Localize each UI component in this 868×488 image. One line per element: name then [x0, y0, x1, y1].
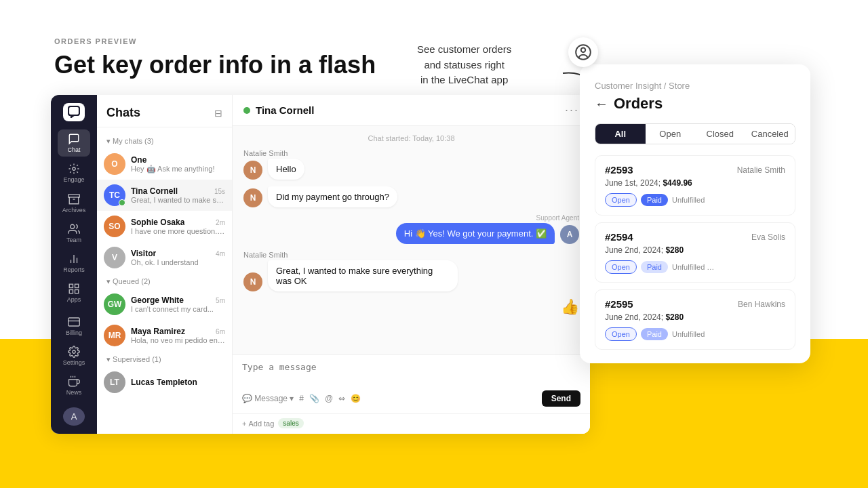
message-type-dropdown[interactable]: 💬 Message ▾ [242, 394, 294, 403]
system-message: Chat started: Today, 10:38 [243, 134, 579, 142]
section-supervised[interactable]: ▾ Supervised (1) [97, 351, 232, 367]
chat-time: 15s [214, 188, 225, 195]
avatar: V [104, 247, 125, 268]
main-ui: Chat Engage Archives Team Reports Apps B… [51, 95, 590, 434]
svg-rect-14 [69, 290, 73, 293]
emoji-button[interactable]: 😊 [351, 394, 361, 403]
avatar: O [104, 153, 125, 175]
order-date-price: June 1st, 2024; $449.96 [605, 178, 785, 188]
chat-preview: Great, I wanted to make sure ever... [131, 196, 225, 204]
chat-time: 2m [216, 219, 225, 226]
chat-preview: I have one more question. Could... [131, 227, 225, 235]
chat-time: 4m [216, 250, 225, 258]
chat-list-body: ▾ My chats (3) O One Hey 🤖 Ask me anythi… [97, 127, 232, 434]
svg-rect-12 [75, 285, 79, 288]
chat-main-panel: Tina Cornell ··· Chat started: Today, 10… [233, 95, 590, 434]
chat-footer-tags: + Add tag sales [233, 413, 590, 434]
status-badge: Open [605, 327, 637, 341]
list-item[interactable]: O One Hey 🤖 Ask me anything! [97, 148, 232, 180]
tab-closed[interactable]: Closed [695, 124, 745, 144]
list-item[interactable]: V Visitor 4m Oh, ok. I understand [97, 242, 232, 273]
fulfillment-badge: Unfulfilled [672, 196, 705, 204]
sidebar-item-news[interactable]: News [58, 372, 90, 399]
order-card[interactable]: #2594 Eva Solis June 2nd, 2024; $280 Ope… [595, 222, 795, 283]
user-circle-icon [574, 43, 592, 61]
order-customer: Eva Solis [751, 232, 785, 242]
message-group: Support Agent Hi 👋 Yes! We got your paym… [243, 214, 579, 244]
message-input[interactable] [242, 362, 580, 382]
avatar: N [243, 161, 262, 180]
section-queued[interactable]: ▾ Queued (2) [97, 273, 232, 289]
sidebar-item-settings[interactable]: Settings [58, 342, 90, 369]
profile-icon-float [568, 37, 598, 67]
message-group: N Did my payment go through? [243, 186, 579, 207]
chat-name: George White [131, 296, 184, 305]
chat-name: Maya Ramirez [131, 327, 185, 336]
sidebar-item-team[interactable]: Team [58, 220, 90, 247]
message-bubble: Hello [268, 159, 304, 180]
emoji-message: 👍 [561, 298, 579, 316]
sidebar-news-label: News [66, 389, 82, 396]
message-bubble: Hi 👋 Yes! We got your payment. ✅ [396, 223, 555, 244]
message-bubble: Did my payment go through? [268, 186, 397, 207]
callout-text: See customer ordersand statuses rightin … [417, 42, 511, 88]
sidebar-item-apps[interactable]: Apps [58, 279, 90, 306]
avatar: MR [104, 325, 125, 346]
tab-all[interactable]: All [595, 124, 646, 144]
sidebar-apps-label: Apps [67, 296, 81, 303]
filter-icon[interactable]: ⊟ [214, 108, 222, 119]
order-id: #2594 [605, 231, 633, 243]
chat-time: 6m [216, 328, 225, 336]
page-label: ORDERS PREVIEW [54, 37, 376, 45]
payment-badge: Paid [641, 261, 668, 273]
sidebar-engage-label: Engage [63, 176, 84, 183]
tab-canceled[interactable]: Canceled [745, 124, 795, 144]
chat-name: Visitor [131, 249, 156, 258]
message-group: Natalie Smith N Great, I wanted to make … [243, 251, 579, 291]
agent-label: Support Agent [243, 214, 579, 222]
chat-preview: Hey 🤖 Ask me anything! [131, 165, 225, 174]
payment-badge: Paid [641, 194, 668, 206]
order-card[interactable]: #2595 Ben Hawkins June 2nd, 2024; $280 O… [595, 289, 795, 350]
sidebar-item-billing[interactable]: Billing [58, 312, 90, 339]
mention-button[interactable]: @ [325, 394, 333, 403]
list-item[interactable]: SO Sophie Osaka 2m I have one more quest… [97, 211, 232, 242]
plus-icon: + [242, 420, 246, 428]
avatar: N [243, 272, 262, 291]
chat-name: One [131, 155, 146, 165]
user-avatar[interactable]: A [63, 407, 85, 426]
chat-name: Sophie Osaka [131, 218, 184, 227]
sidebar-settings-label: Settings [63, 359, 85, 366]
add-tag-button[interactable]: + Add tag [242, 420, 274, 428]
back-arrow-button[interactable]: ← [595, 96, 608, 112]
chat-input-area: 💬 Message ▾ # 📎 @ ⇔ 😊 Send [233, 354, 590, 413]
order-customer: Natalie Smith [737, 165, 785, 175]
status-badge: Open [605, 260, 637, 274]
sidebar-item-chat[interactable]: Chat [58, 129, 90, 157]
sidebar-item-engage[interactable]: Engage [58, 159, 90, 186]
sidebar-item-reports[interactable]: Reports [58, 249, 90, 277]
sidebar-item-archives[interactable]: Archives [58, 189, 90, 216]
chat-list-panel: Chats ⊟ ▾ My chats (3) O One Hey 🤖 Ask m… [97, 95, 233, 434]
chat-preview: Hola, no veo mi pedido en la tien... [131, 336, 225, 344]
section-my-chats[interactable]: ▾ My chats (3) [97, 133, 232, 148]
order-id: #2593 [605, 164, 633, 176]
chat-name: Tina Cornell [131, 186, 178, 196]
list-item[interactable]: GW George White 5m I can't connect my ca… [97, 289, 232, 320]
order-date-price: June 2nd, 2024; $280 [605, 245, 785, 255]
order-card[interactable]: #2593 Natalie Smith June 1st, 2024; $449… [595, 155, 795, 216]
attachment-button[interactable]: 📎 [309, 394, 319, 403]
list-item[interactable]: LT Lucas Templeton [97, 367, 232, 398]
list-item[interactable]: MR Maya Ramirez 6m Hola, no veo mi pedid… [97, 320, 232, 351]
tab-open[interactable]: Open [646, 124, 696, 144]
list-item[interactable]: TC Tina Cornell 15s Great, I wanted to m… [97, 180, 232, 211]
svg-point-4 [73, 167, 76, 171]
format-button[interactable]: ⇔ [338, 394, 345, 403]
tag-badge[interactable]: sales [278, 418, 303, 428]
send-button[interactable]: Send [542, 390, 580, 407]
sidebar-archives-label: Archives [62, 207, 86, 214]
hashtag-button[interactable]: # [299, 394, 304, 403]
page-title: Get key order info in a flash [54, 51, 376, 79]
status-badge: Open [605, 193, 637, 207]
app-logo[interactable] [63, 103, 85, 121]
